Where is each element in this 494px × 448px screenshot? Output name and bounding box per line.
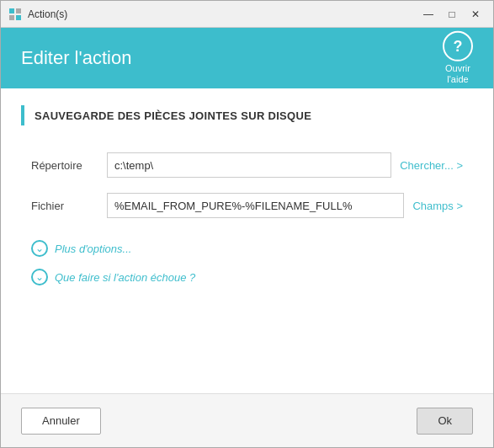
window-title: Action(s) xyxy=(28,8,417,20)
help-circle-icon: ? xyxy=(443,31,473,61)
fichier-row: Fichier Champs > xyxy=(31,193,463,218)
minimize-button[interactable]: — xyxy=(417,5,439,24)
form-area: Répertoire Chercher... > Fichier Champs … xyxy=(21,152,473,218)
footer: Annuler Ok xyxy=(1,393,493,447)
repertoire-label: Répertoire xyxy=(31,159,107,172)
minimize-icon: — xyxy=(423,8,433,20)
repertoire-row: Répertoire Chercher... > xyxy=(31,152,463,178)
options-expander-label: Plus d'options... xyxy=(55,243,131,255)
error-expander-icon: ⌄ xyxy=(31,269,48,285)
svg-rect-2 xyxy=(9,15,14,20)
header-bar: Editer l'action ? Ouvrirl'aide xyxy=(1,28,493,88)
help-button[interactable]: ? Ouvrirl'aide xyxy=(443,31,473,85)
options-expander[interactable]: ⌄ Plus d'options... xyxy=(31,240,131,257)
repertoire-input-group: Chercher... > xyxy=(107,152,463,178)
options-expander-icon: ⌄ xyxy=(31,240,48,257)
svg-rect-1 xyxy=(16,8,21,13)
close-icon: ✕ xyxy=(471,8,480,20)
error-expander-label: Que faire si l'action échoue ? xyxy=(55,271,195,284)
window: Action(s) — □ ✕ Editer l'action ? Ouvrir… xyxy=(0,0,494,448)
maximize-icon: □ xyxy=(449,8,454,20)
expanders-area: ⌄ Plus d'options... ⌄ Que faire si l'act… xyxy=(21,233,473,285)
section-border-accent xyxy=(21,105,24,125)
title-bar-controls: — □ ✕ xyxy=(417,5,486,24)
help-button-label: Ouvrirl'aide xyxy=(445,63,470,85)
ok-button[interactable]: Ok xyxy=(417,408,473,435)
chercher-button[interactable]: Chercher... > xyxy=(400,159,463,172)
repertoire-input[interactable] xyxy=(107,152,391,178)
content-area: SAUVEGARDE DES PIÈCES JOINTES SUR DISQUE… xyxy=(1,88,493,393)
fichier-input[interactable] xyxy=(107,193,404,218)
fichier-input-group: Champs > xyxy=(107,193,463,218)
app-icon xyxy=(8,7,23,22)
close-button[interactable]: ✕ xyxy=(465,5,486,24)
svg-rect-3 xyxy=(16,15,21,20)
cancel-button[interactable]: Annuler xyxy=(21,408,101,435)
fichier-label: Fichier xyxy=(31,200,107,212)
header-title: Editer l'action xyxy=(21,47,131,69)
maximize-button[interactable]: □ xyxy=(441,5,463,24)
champs-button[interactable]: Champs > xyxy=(412,200,463,212)
error-expander[interactable]: ⌄ Que faire si l'action échoue ? xyxy=(31,269,195,285)
svg-rect-0 xyxy=(9,8,14,13)
section-title: SAUVEGARDE DES PIÈCES JOINTES SUR DISQUE xyxy=(35,109,311,122)
title-bar: Action(s) — □ ✕ xyxy=(1,1,493,28)
section-header: SAUVEGARDE DES PIÈCES JOINTES SUR DISQUE xyxy=(21,105,473,132)
